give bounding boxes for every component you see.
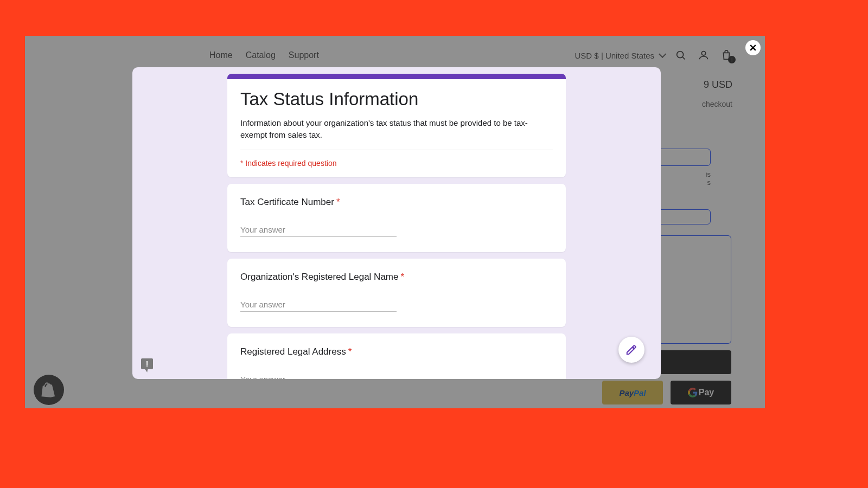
- form-scroll[interactable]: Tax Status Information Information about…: [132, 67, 661, 379]
- legal-address-input[interactable]: [240, 373, 397, 380]
- form-modal: Tax Status Information Information about…: [132, 67, 661, 379]
- question-tax-cert: Tax Certificate Number*: [227, 184, 566, 252]
- report-problem-button[interactable]: !: [141, 358, 153, 369]
- edit-form-fab[interactable]: [618, 337, 644, 363]
- required-star-icon: *: [336, 197, 340, 208]
- close-modal-button[interactable]: [745, 40, 761, 55]
- question-org-name: Organization's Registered Legal Name*: [227, 259, 566, 327]
- exclamation-icon: !: [146, 360, 149, 368]
- org-name-input[interactable]: [240, 298, 397, 312]
- required-note: * Indicates required question: [240, 159, 553, 168]
- form-title: Tax Status Information: [240, 89, 553, 110]
- app-viewport: Home Catalog Support USD $ | United Stat…: [25, 36, 765, 408]
- question-legal-address: Registered Legal Address*: [227, 333, 566, 380]
- required-star-icon: *: [348, 346, 352, 357]
- question-label: Tax Certificate Number*: [240, 197, 553, 208]
- pencil-icon: [626, 344, 637, 356]
- form-description: Information about your organization's ta…: [240, 117, 553, 150]
- required-star-icon: *: [400, 272, 404, 282]
- tax-cert-input[interactable]: [240, 223, 397, 237]
- question-label: Registered Legal Address*: [240, 346, 553, 357]
- form-header-card: Tax Status Information Information about…: [227, 74, 566, 177]
- question-label: Organization's Registered Legal Name*: [240, 272, 553, 282]
